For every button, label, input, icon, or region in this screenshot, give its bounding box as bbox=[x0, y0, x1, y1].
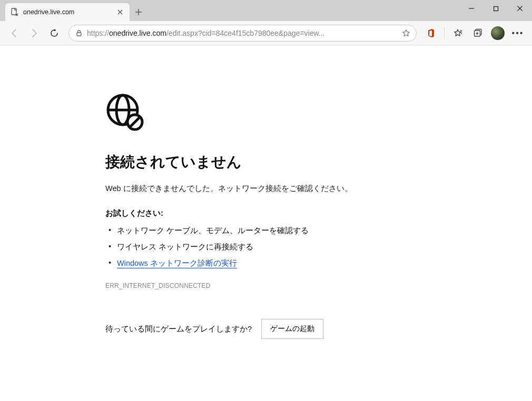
browser-toolbar: https://onedrive.live.com/edit.aspx?cid=… bbox=[0, 21, 532, 45]
lock-icon bbox=[74, 29, 84, 37]
url-path: /edit.aspx?cid=84ce4f15cb7980ee&page=vie… bbox=[166, 29, 324, 37]
refresh-button[interactable] bbox=[45, 24, 63, 42]
collections-button[interactable] bbox=[469, 24, 487, 42]
address-bar[interactable]: https://onedrive.live.com/edit.aspx?cid=… bbox=[68, 25, 417, 42]
game-prompt-text: 待っている間にゲームをプレイしますか? bbox=[105, 324, 252, 334]
window-maximize-button[interactable] bbox=[484, 0, 508, 17]
svg-rect-8 bbox=[494, 6, 498, 11]
more-menu-button[interactable]: ••• bbox=[509, 24, 527, 42]
favorites-button[interactable] bbox=[449, 24, 467, 42]
window-minimize-button[interactable] bbox=[459, 0, 484, 17]
url-domain: onedrive.live.com bbox=[109, 29, 166, 37]
error-message: Web に接続できませんでした。ネットワーク接続をご確認ください。 bbox=[105, 184, 532, 194]
suggestion-item: ワイヤレス ネットワークに再接続する bbox=[105, 242, 532, 252]
page-error-favicon bbox=[11, 8, 19, 16]
url-text: https://onedrive.live.com/edit.aspx?cid=… bbox=[87, 29, 399, 37]
url-scheme: https:// bbox=[87, 29, 109, 37]
svg-rect-11 bbox=[77, 33, 81, 36]
tab-title: onedrive.live.com bbox=[23, 8, 116, 16]
toolbar-separator bbox=[444, 27, 445, 39]
globe-blocked-icon bbox=[105, 93, 532, 133]
more-dots-icon: ••• bbox=[512, 28, 524, 38]
page-content: 接続されていません Web に接続できませんでした。ネットワーク接続をご確認くだ… bbox=[0, 45, 532, 401]
suggestion-list: ネットワーク ケーブル、モデム、ルーターを確認する ワイヤレス ネットワークに再… bbox=[105, 226, 532, 268]
error-code: ERR_INTERNET_DISCONNECTED bbox=[105, 282, 532, 289]
window-controls bbox=[459, 0, 532, 21]
tab-close-button[interactable] bbox=[116, 8, 124, 16]
new-tab-button[interactable] bbox=[130, 3, 147, 21]
back-button[interactable] bbox=[5, 24, 23, 42]
error-heading: 接続されていません bbox=[105, 152, 532, 172]
titlebar: onedrive.live.com bbox=[0, 0, 532, 21]
profile-avatar[interactable] bbox=[491, 26, 505, 40]
suggestion-item: ネットワーク ケーブル、モデム、ルーターを確認する bbox=[105, 226, 532, 236]
browser-tab[interactable]: onedrive.live.com bbox=[5, 3, 130, 21]
game-prompt-row: 待っている間にゲームをプレイしますか? ゲームの起動 bbox=[105, 319, 532, 339]
window-close-button[interactable] bbox=[508, 0, 532, 17]
launch-game-button[interactable]: ゲームの起動 bbox=[261, 319, 323, 339]
svg-rect-0 bbox=[12, 8, 16, 15]
try-title: お試しください: bbox=[105, 208, 532, 218]
forward-button[interactable] bbox=[25, 24, 43, 42]
network-diagnostics-link[interactable]: Windows ネットワーク診断の実行 bbox=[117, 259, 237, 268]
suggestion-item: Windows ネットワーク診断の実行 bbox=[105, 258, 532, 268]
favorite-star-icon[interactable] bbox=[399, 29, 413, 37]
office-extension-icon[interactable] bbox=[422, 24, 440, 42]
